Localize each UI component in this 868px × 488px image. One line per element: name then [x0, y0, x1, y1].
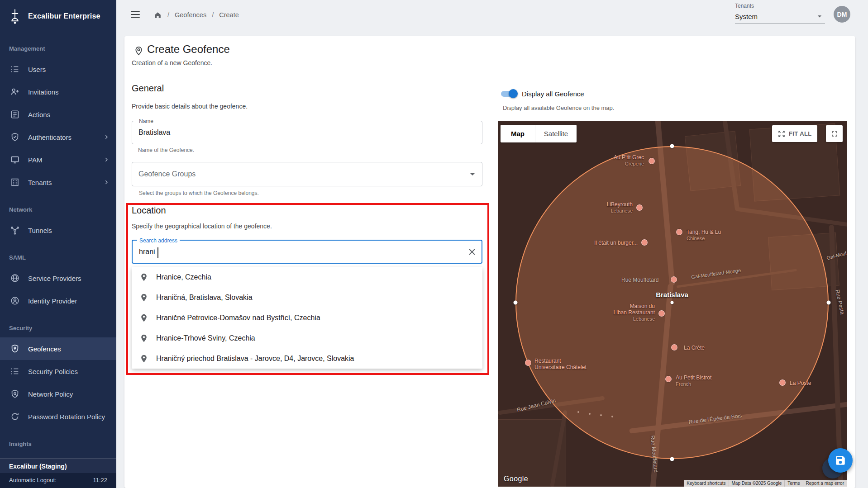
sidebar-item-label: Geofences [28, 345, 61, 353]
search-address-field: Search address [132, 240, 482, 264]
geofence-handle-west[interactable] [514, 301, 518, 305]
zoom-out-map-icon [777, 130, 786, 138]
poi-marker[interactable] [636, 204, 643, 211]
poi-marker[interactable] [641, 239, 648, 246]
home-icon[interactable] [153, 11, 162, 19]
map-type-satellite-button[interactable]: Satellite [535, 125, 577, 142]
sidebar-item-actions[interactable]: Actions [0, 103, 116, 126]
location-pin-icon [134, 46, 144, 56]
text-cursor [157, 247, 158, 258]
policy-shield-icon [10, 389, 20, 399]
geofence-handle-center[interactable] [671, 301, 674, 304]
sidebar-item-network-policy[interactable]: Network Policy [0, 383, 116, 405]
poi-marker[interactable] [525, 360, 531, 366]
sidebar-item-invitations[interactable]: Invitations [0, 81, 116, 103]
poi-marker[interactable] [676, 229, 682, 235]
sidebar-item-label: Tunnels [28, 227, 52, 234]
sidebar-item-password-rotation-policy[interactable]: Password Rotation Policy [0, 405, 116, 428]
name-input[interactable] [132, 121, 482, 144]
save-fab-button[interactable] [828, 448, 853, 473]
fit-all-button[interactable]: FIT ALL [772, 125, 817, 142]
shield-check-icon [10, 132, 20, 142]
person-add-icon [10, 87, 20, 97]
section-header-saml: SAML [0, 242, 116, 267]
monitor-icon [10, 155, 20, 165]
clear-icon[interactable] [467, 246, 477, 257]
suggestion-item[interactable]: Hraničná, Bratislava, Slovakia [132, 287, 482, 308]
dropdown-arrow-icon[interactable] [467, 169, 478, 180]
geofence-groups-select[interactable]: Geofence Groups [132, 162, 482, 186]
poi-marker[interactable] [671, 344, 677, 351]
map-type-map-button[interactable]: Map [501, 125, 535, 142]
sidebar-item-label: Tenants [28, 179, 52, 186]
suggestion-item[interactable]: Hraničný priechod Bratislava - Jarovce, … [132, 348, 482, 369]
sidebar-item-authenticators[interactable]: Authenticators [0, 126, 116, 148]
breadcrumb-geofences[interactable]: Geofences [175, 11, 206, 19]
toggle-helper: Display all available Geofence on the ma… [503, 104, 614, 111]
excalibur-logo-icon [6, 8, 24, 25]
sidebar-item-service-providers[interactable]: Service Providers [0, 267, 116, 289]
poi-label: Au P'tit Grec Crêperie [614, 154, 644, 167]
geofence-handle-north[interactable] [670, 144, 674, 148]
sidebar-item-label: Invitations [28, 88, 59, 96]
sidebar-item-identity-provider[interactable]: Identity Provider [0, 289, 116, 312]
poi-marker[interactable] [779, 379, 786, 386]
globe-icon [10, 273, 20, 283]
pin-icon [139, 354, 148, 363]
sidebar-item-tunnels[interactable]: Tunnels [0, 219, 116, 242]
sidebar-item-label: Users [28, 66, 46, 73]
map-attribution: Keyboard shortcuts Map Data ©2025 Google… [684, 480, 847, 487]
tenant-select[interactable]: Tenants System [735, 3, 825, 24]
poi-label: Au Petit Bistrot French [676, 374, 711, 387]
sidebar-item-geofences[interactable]: Geofences [0, 337, 116, 360]
map-canvas[interactable]: Bratislava Au P'tit Grec Crêperie LiBeyr… [498, 121, 847, 487]
sidebar-item-users[interactable]: Users [0, 58, 116, 81]
sidebar-item-label: Actions [28, 111, 50, 118]
sidebar-item-label: Password Rotation Policy [28, 413, 105, 421]
sidebar-item-security-policies[interactable]: Security Policies [0, 360, 116, 383]
shield-location-icon [10, 344, 20, 354]
fullscreen-button[interactable] [826, 125, 843, 142]
suggestion-text: Hraničné Petrovice-Domašov nad Bystřicí,… [156, 314, 320, 322]
poi-marker[interactable] [671, 276, 677, 283]
city-label: Bratislava [656, 291, 688, 298]
fullscreen-icon [830, 129, 839, 138]
brand[interactable]: Excalibur Enterprise [0, 0, 116, 33]
poi-marker[interactable] [658, 310, 665, 317]
google-logo: Google [504, 475, 528, 483]
poi-label: LiBeyrouth Lebanese [607, 201, 633, 214]
terms-link[interactable]: Terms [784, 480, 802, 487]
fit-all-label: FIT ALL [789, 130, 812, 137]
keyboard-shortcuts-link[interactable]: Keyboard shortcuts [684, 480, 728, 487]
environment-label: Excalibur (Staging) [0, 458, 116, 473]
search-address-input[interactable] [133, 241, 482, 263]
suggestion-item[interactable]: Hranice-Trhové Sviny, Czechia [132, 328, 482, 348]
report-map-error-link[interactable]: Report a map error [803, 480, 847, 487]
address-suggestions: Hranice, Czechia Hraničná, Bratislava, S… [132, 267, 482, 369]
geofence-handle-east[interactable] [827, 301, 831, 305]
sidebar: Excalibur Enterprise Management Users In… [0, 0, 116, 488]
section-header-management: Management [0, 33, 116, 58]
chevron-right-icon [103, 133, 110, 141]
breadcrumb-separator: / [167, 11, 169, 19]
poi-marker[interactable] [665, 376, 672, 382]
display-all-geofence-toggle[interactable] [500, 89, 518, 98]
location-description: Specify the geographical location of the… [132, 223, 272, 230]
poi-label: Maison du Liban Restaurant Lebanese [614, 303, 655, 322]
badge-icon [10, 296, 20, 306]
geofence-groups-placeholder: Geofence Groups [132, 162, 482, 186]
hub-icon [10, 225, 20, 235]
dropdown-arrow-icon [815, 12, 824, 21]
suggestion-item[interactable]: Hranice, Czechia [132, 267, 482, 287]
sidebar-item-tenants[interactable]: Tenants [0, 171, 116, 194]
geofence-handle-south[interactable] [670, 457, 674, 461]
poi-label: La Poste [790, 380, 811, 386]
suggestion-item[interactable]: Hraničné Petrovice-Domašov nad Bystřicí,… [132, 308, 482, 328]
sidebar-item-pam[interactable]: PAM [0, 148, 116, 171]
page-subtitle: Creation of a new Geofence. [132, 59, 212, 66]
poi-marker[interactable] [649, 158, 655, 164]
suggestion-text: Hranice, Czechia [156, 273, 211, 281]
menu-icon[interactable] [129, 9, 141, 20]
sidebar-item-label: Identity Provider [28, 297, 77, 305]
avatar[interactable]: DM [834, 6, 850, 23]
